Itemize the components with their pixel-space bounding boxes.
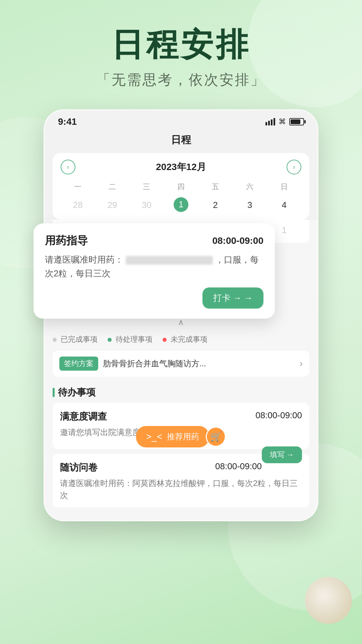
robot-icon: >_<	[146, 431, 162, 442]
cal-day-28-prev[interactable]: 28	[61, 197, 95, 213]
medication-card-header: 用药指导 08:00-09:00	[45, 233, 263, 248]
checkin-button[interactable]: 打卡 →	[202, 287, 263, 309]
todo-card-1-time: 08:00-09:00	[255, 410, 302, 423]
todo-card-2-title: 随访问卷	[60, 461, 98, 474]
calendar-month: 2023年12月	[156, 161, 206, 173]
calendar-next-button[interactable]: ›	[287, 160, 301, 174]
weekday-mon: 一	[61, 180, 95, 194]
plan-badge: 签约方案	[59, 357, 98, 371]
pending-section-title: 待办事项	[53, 382, 309, 403]
medication-card-title: 用药指导	[45, 233, 88, 248]
recommend-popup[interactable]: >_< 推荐用药 🛒	[136, 426, 226, 447]
legend-dot-incomplete	[163, 338, 167, 342]
cal-day-2[interactable]: 2	[198, 197, 233, 213]
todo-card-1-header: 满意度调查 08:00-09:00	[60, 410, 302, 423]
legend-dot-completed	[53, 338, 57, 342]
battery-icon	[289, 118, 304, 125]
cal-day-29-prev[interactable]: 29	[95, 197, 130, 213]
plan-arrow-icon: ›	[300, 358, 303, 369]
calendar-days-row1: 28 29 30 1 2 3 4	[61, 197, 301, 213]
section-indicator	[53, 388, 55, 397]
todo-card-2-time: 08:00-09:00	[215, 461, 262, 474]
calendar-section: ‹ 2023年12月 › 一 二 三 四 五 六 日 28 29 30 1 2 …	[53, 153, 309, 220]
fill-button[interactable]: 填写 →	[262, 446, 302, 463]
legend-completed: 已完成事项	[53, 334, 98, 344]
app-header: 日程	[45, 130, 317, 153]
todo-card-2-header: 随访问卷 08:00-09:00	[60, 461, 262, 474]
legend-row: 已完成事项 待处理事项 未完成事项	[53, 331, 309, 351]
cal-day-30-prev[interactable]: 30	[129, 197, 164, 213]
header-section: 日程安排 「无需思考，依次安排」	[0, 0, 362, 89]
deco-pill	[305, 577, 352, 624]
weekday-tue: 二	[95, 180, 130, 194]
medication-card-time: 08:00-09:00	[212, 235, 263, 246]
weekday-sun: 日	[267, 180, 301, 194]
signal-icon	[265, 118, 275, 125]
weekday-thu: 四	[164, 180, 198, 194]
phone-mockup-wrapper: 9:41 ⌘ 日程 ‹ 2023年12月	[44, 109, 318, 521]
status-icons: ⌘	[265, 117, 304, 126]
cal-day-4[interactable]: 4	[267, 197, 301, 213]
calendar-prev-button[interactable]: ‹	[61, 160, 75, 174]
weekday-fri: 五	[198, 180, 233, 194]
wifi-icon: ⌘	[279, 117, 286, 126]
status-bar: 9:41 ⌘	[45, 110, 317, 130]
app-title: 日程	[45, 133, 317, 147]
plan-row[interactable]: 签约方案 肋骨骨折合并血气胸随访方... ›	[53, 351, 309, 377]
legend-incomplete: 未完成事项	[163, 334, 207, 344]
weekday-wed: 三	[129, 180, 164, 194]
weekday-sat: 六	[233, 180, 267, 194]
cal-day-3[interactable]: 3	[233, 197, 267, 213]
status-time: 9:41	[58, 116, 77, 127]
legend-pending: 待处理事项	[108, 334, 153, 344]
plan-text: 肋骨骨折合并血气胸随访方...	[103, 358, 295, 369]
recommend-bubble[interactable]: >_< 推荐用药	[136, 426, 209, 447]
calendar-weekdays: 一 二 三 四 五 六 日	[61, 180, 301, 194]
medication-blurred	[126, 256, 213, 265]
phone-inner-content: ∧ 已完成事项 待处理事项 未完成事项 签约方案 肋骨骨折合	[45, 314, 317, 520]
recommend-label: 推荐用药	[167, 431, 199, 442]
main-title: 日程安排	[0, 27, 362, 62]
subtitle: 「无需思考，依次安排」	[0, 70, 362, 89]
cal-day-1[interactable]: 1	[174, 197, 188, 212]
todo-card-1-title: 满意度调查	[60, 410, 107, 423]
todo-card-2-body: 请遵医嘱准时用药：阿莫西林克拉维酸钾，口服，每次2粒，每日三次	[60, 477, 302, 501]
medication-floating-card: 用药指导 08:00-09:00 请遵医嘱准时用药： ，口服，每次2粒，每日三次…	[34, 223, 275, 319]
cart-button[interactable]: 🛒	[206, 427, 226, 447]
medication-card-body: 请遵医嘱准时用药： ，口服，每次2粒，每日三次	[45, 253, 263, 281]
legend-dot-pending	[108, 338, 112, 342]
calendar-header: ‹ 2023年12月 ›	[61, 160, 301, 174]
